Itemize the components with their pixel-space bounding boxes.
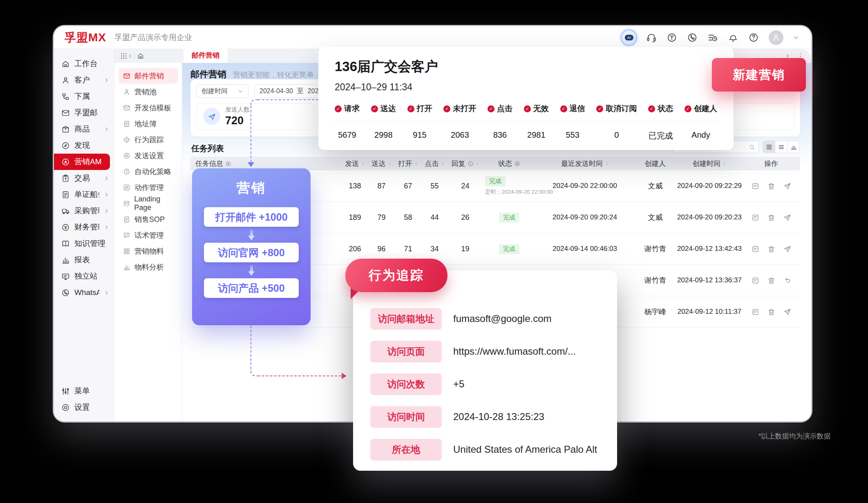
sidebar-item-trade[interactable]: 交易 [54, 170, 114, 186]
sidebar-item-whatsapp[interactable]: WhatsAp... [54, 284, 114, 301]
translate-icon[interactable] [667, 32, 677, 43]
arrow-down-icon [248, 229, 255, 240]
send-icon[interactable] [783, 182, 791, 190]
sort-icon[interactable] [388, 161, 391, 167]
filter-field-select[interactable]: 创建时间 [196, 84, 248, 98]
filter-funnel-icon[interactable] [225, 161, 231, 167]
headset-support-icon[interactable] [646, 32, 657, 43]
subnav-item-landing-page[interactable]: Landing Page [119, 195, 178, 211]
bar-chart-icon [123, 264, 130, 271]
note-icon[interactable] [752, 277, 759, 284]
sidebar-item-procurement[interactable]: 采购管理 [54, 203, 114, 219]
sort-icon[interactable] [441, 161, 445, 167]
app-launcher-icon[interactable] [120, 52, 128, 60]
flow-step-visit-site: 访问官网 +800 [204, 243, 299, 262]
sidebar: 工作台 客户 下属 孚盟邮 商品 发现 营销AM 交易 单证船务 采购管理 财务… [54, 49, 114, 421]
chevron-right-icon [104, 78, 109, 83]
subnav-item-behavior-tracking[interactable]: 行为跟踪 [119, 132, 178, 148]
sidebar-item-customers[interactable]: 客户 [54, 72, 114, 88]
sidebar-item-settings[interactable]: 设置 [54, 399, 114, 416]
trash-icon[interactable] [767, 277, 775, 284]
sidebar-item-docs-shipping[interactable]: 单证船务 [54, 186, 114, 203]
disc-icon [123, 152, 130, 159]
undo-icon[interactable] [783, 277, 791, 284]
whatsapp-icon [61, 288, 70, 297]
connector-arrow-right-icon [342, 373, 347, 379]
subnav-item-send-settings[interactable]: 发送设置 [119, 148, 178, 163]
info-icon[interactable] [468, 161, 474, 167]
status-badge: 完成 [485, 176, 506, 186]
org-icon [61, 92, 70, 101]
connector-arrow-down-icon [248, 162, 254, 167]
note-icon[interactable] [752, 182, 759, 190]
ai-assistant-icon[interactable]: AI [622, 30, 636, 45]
sidebar-item-standalone-site[interactable]: 独立站 [54, 268, 114, 284]
note-icon[interactable] [752, 308, 759, 316]
subnav-item-marketing-pool[interactable]: 营销池 [119, 84, 178, 100]
sort-icon[interactable] [414, 161, 418, 167]
notifications-bell-icon[interactable] [728, 32, 738, 43]
divider [135, 53, 135, 59]
subnav-item-email-marketing[interactable]: 邮件营销 [119, 68, 178, 84]
subnav-item-material-analysis[interactable]: 物料分析 [119, 259, 178, 275]
tracking-label: 访问页面 [370, 341, 442, 362]
sidebar-item-fumeng-mail[interactable]: 孚盟邮 [54, 105, 114, 121]
subnav-item-dev-letter-template[interactable]: 开发信模板 [119, 100, 178, 116]
tracking-label: 访问次数 [370, 373, 442, 395]
sidebar-item-workbench[interactable]: 工作台 [54, 56, 114, 72]
gear-icon [61, 403, 70, 412]
sidebar-item-discover[interactable]: 发现 [54, 137, 114, 154]
marketing-flow-card: 营销 打开邮件 +1000 访问官网 +800 访问产品 +500 [192, 168, 311, 325]
list-view-button[interactable] [775, 141, 787, 153]
note-icon[interactable] [752, 214, 759, 221]
chat-icon [123, 232, 130, 239]
sidebar-item-finance[interactable]: 财务管理 [54, 219, 114, 235]
filter-funnel-icon[interactable] [514, 161, 520, 167]
sidebar-item-menu[interactable]: 菜单 [54, 383, 114, 399]
chevron-left-icon[interactable] [128, 52, 133, 60]
chart-view-button[interactable] [787, 141, 800, 153]
send-icon[interactable] [783, 214, 791, 221]
subnav-item-script-management[interactable]: 话术管理 [119, 227, 178, 243]
sidebar-item-subordinates[interactable]: 下属 [54, 88, 114, 105]
search-icon[interactable] [749, 144, 755, 150]
subnav-item-marketing-materials[interactable]: 营销物料 [119, 243, 178, 259]
subnav-item-action-management[interactable]: 动作管理 [119, 179, 178, 195]
new-campaign-button[interactable]: 新建营销 [712, 58, 806, 92]
sliders-icon [61, 387, 70, 396]
clock-icon [123, 168, 130, 175]
tab-email-marketing[interactable]: 邮件营销 [183, 48, 228, 63]
demo-data-footnote: *以上数据均为演示数据 [758, 431, 831, 441]
mail-icon [123, 72, 130, 80]
history-list-icon[interactable] [707, 32, 718, 43]
sort-icon[interactable] [605, 161, 608, 167]
chevron-down-icon[interactable] [793, 35, 799, 40]
send-icon[interactable] [783, 245, 791, 253]
subnav-item-address-book[interactable]: 地址簿 [119, 116, 178, 132]
sidebar-item-knowledge[interactable]: 知识管理 [54, 235, 114, 252]
home-icon[interactable] [137, 52, 144, 60]
sort-icon[interactable] [361, 161, 365, 167]
subnav-item-automation-strategy[interactable]: 自动化策略 [119, 163, 178, 179]
trash-icon[interactable] [767, 308, 775, 316]
sort-icon[interactable] [723, 161, 726, 167]
check-icon: ✓ [560, 105, 567, 112]
topbar-icons: AI [622, 30, 799, 45]
sidebar-item-reports[interactable]: 报表 [54, 252, 114, 268]
whatsapp-icon[interactable] [687, 32, 698, 43]
sidebar-item-marketing-am[interactable]: 营销AM [54, 154, 110, 170]
stat-label: 发送人数 [225, 106, 250, 114]
sort-icon[interactable] [476, 161, 479, 167]
sidebar-item-products[interactable]: 商品 [54, 121, 114, 137]
check-icon: ✓ [407, 105, 414, 112]
trash-icon[interactable] [767, 214, 775, 221]
send-icon[interactable] [783, 308, 791, 316]
note-icon[interactable] [752, 245, 759, 253]
chevron-right-icon [104, 192, 109, 197]
trash-icon[interactable] [767, 182, 775, 190]
help-icon[interactable] [748, 32, 759, 43]
trash-icon[interactable] [767, 245, 775, 253]
card-view-button[interactable] [763, 141, 775, 153]
subnav-item-sales-sop[interactable]: 销售SOP [119, 211, 178, 227]
avatar[interactable] [769, 30, 783, 45]
